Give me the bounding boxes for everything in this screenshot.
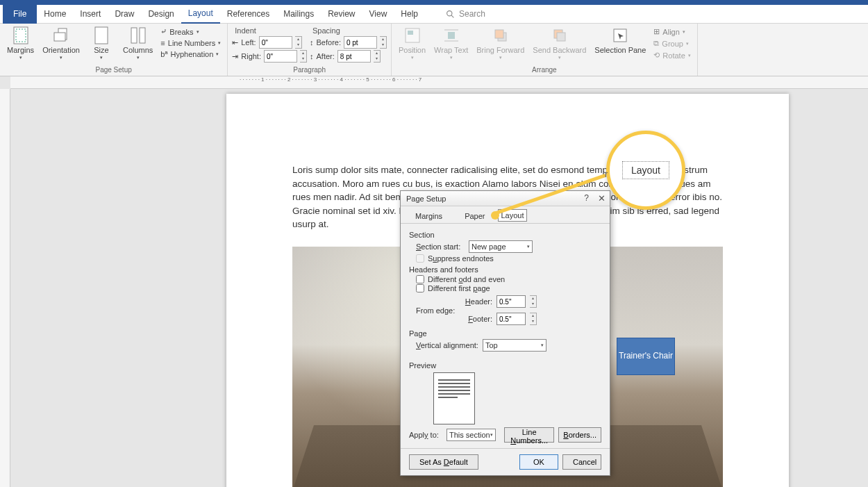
- header-distance-input[interactable]: [496, 295, 526, 308]
- spacing-after-icon: ↕: [310, 52, 314, 60]
- apply-to-value: This section: [449, 431, 490, 439]
- vertical-alignment-select[interactable]: Top▾: [483, 339, 546, 352]
- selection-pane-button[interactable]: Selection Pane: [592, 25, 649, 56]
- tab-mailings[interactable]: Mailings: [276, 5, 321, 24]
- indent-right-input[interactable]: [264, 50, 297, 63]
- align-icon: ⊞: [653, 27, 660, 36]
- chevron-down-icon: ▾: [450, 55, 453, 60]
- ribbon-tabs: File Home Insert Draw Design Layout Refe…: [0, 5, 868, 24]
- spacing-heading: Spacing: [310, 26, 387, 35]
- dialog-close-button[interactable]: ✕: [598, 193, 606, 204]
- spinner[interactable]: ▴▾: [380, 36, 387, 49]
- hyphenation-button[interactable]: bªHyphenation▾: [158, 49, 223, 59]
- svg-rect-7: [131, 28, 137, 43]
- spacing-before-icon: ↕: [310, 38, 314, 47]
- before-label: Before:: [317, 38, 341, 47]
- headers-footers-heading: Headers and footers: [409, 265, 601, 274]
- columns-label: Columns: [123, 46, 153, 55]
- breaks-button[interactable]: ⤶Breaks▾: [158, 26, 223, 37]
- selection-pane-icon: [611, 26, 629, 44]
- chevron-down-icon: ▾: [411, 55, 414, 60]
- dialog-tab-paper[interactable]: Paper: [456, 209, 494, 223]
- chevron-down-icon: ▾: [541, 342, 544, 348]
- tab-view[interactable]: View: [362, 5, 394, 24]
- tab-draw[interactable]: Draw: [108, 5, 141, 24]
- columns-button[interactable]: Columns▾: [120, 25, 156, 63]
- chevron-down-icon: ▾: [100, 55, 103, 60]
- tab-design[interactable]: Design: [141, 5, 181, 24]
- spinner[interactable]: ▴▾: [300, 50, 307, 63]
- chevron-down-icon: ▾: [686, 41, 689, 47]
- spacing-before-input[interactable]: [344, 36, 377, 49]
- bring-label: Bring Forward: [476, 46, 524, 55]
- different-first-page-label: Different first page: [428, 284, 490, 292]
- position-icon: [403, 26, 422, 44]
- left-label: Left:: [241, 38, 256, 47]
- line-numbers-button[interactable]: ≡Line Numbers▾: [158, 38, 223, 48]
- set-as-default-button[interactable]: Set As Default: [409, 454, 478, 470]
- rotate-button[interactable]: ⟲Rotate▾: [651, 50, 692, 60]
- chevron-down-icon: ▾: [216, 51, 219, 57]
- spinner[interactable]: ▴▾: [530, 295, 537, 308]
- indent-left-input[interactable]: [259, 36, 292, 49]
- margins-icon: [12, 26, 30, 44]
- spinner[interactable]: ▴▾: [530, 313, 537, 325]
- align-button[interactable]: ⊞Align▾: [651, 26, 692, 37]
- line-numbers-button[interactable]: Line Numbers...: [504, 427, 554, 443]
- size-icon: [92, 26, 110, 44]
- tab-home[interactable]: Home: [37, 5, 73, 24]
- header-label: Header:: [462, 297, 492, 306]
- dialog-titlebar[interactable]: Page Setup ? ✕: [401, 191, 610, 206]
- search-box[interactable]: Search: [446, 9, 485, 19]
- svg-rect-17: [557, 33, 565, 41]
- orientation-button[interactable]: Orientation▾: [40, 25, 83, 63]
- chevron-down-icon: ▾: [558, 55, 561, 60]
- group-button[interactable]: ⧉Group▾: [651, 38, 692, 49]
- tab-help[interactable]: Help: [394, 5, 425, 24]
- footer-label: Footer:: [462, 315, 492, 323]
- section-start-select[interactable]: New page▾: [469, 240, 533, 253]
- size-button[interactable]: Size▾: [85, 25, 117, 63]
- align-label: Align: [662, 28, 679, 36]
- spinner[interactable]: ▴▾: [374, 50, 381, 63]
- margins-label: Margins: [7, 46, 34, 55]
- position-label: Position: [399, 46, 426, 55]
- bring-forward-icon: [492, 26, 510, 44]
- different-first-page-checkbox[interactable]: [416, 284, 424, 292]
- preview-box: [433, 372, 475, 424]
- chevron-down-icon: ▾: [19, 55, 22, 60]
- trainers-chair-shape[interactable]: Trainer's Chair: [617, 338, 675, 375]
- tab-insert[interactable]: Insert: [73, 5, 108, 24]
- bring-forward-button[interactable]: Bring Forward▾: [474, 25, 527, 63]
- section-start-label: Section start:: [416, 242, 465, 251]
- tab-review[interactable]: Review: [321, 5, 362, 24]
- svg-rect-10: [408, 31, 413, 35]
- cancel-button[interactable]: Cancel: [562, 454, 601, 470]
- horizontal-ruler[interactable]: · · · · · · · 1 · · · · · · · 2 · · · · …: [10, 76, 868, 89]
- position-button[interactable]: Position▾: [396, 25, 428, 63]
- different-odd-even-checkbox[interactable]: [416, 275, 424, 283]
- svg-line-1: [451, 15, 453, 17]
- dialog-help-button[interactable]: ?: [584, 193, 589, 203]
- indent-right-icon: ⇥: [232, 52, 238, 61]
- apply-to-select[interactable]: This section▾: [446, 429, 496, 441]
- vertical-ruler[interactable]: [0, 89, 10, 487]
- spacing-after-input[interactable]: [337, 50, 371, 63]
- title-bar: [0, 0, 868, 5]
- footer-distance-input[interactable]: [496, 313, 526, 325]
- send-backward-button[interactable]: Send Backward▾: [530, 25, 589, 63]
- spinner[interactable]: ▴▾: [295, 36, 302, 49]
- tab-file[interactable]: File: [3, 5, 37, 24]
- svg-rect-15: [495, 30, 503, 38]
- suppress-endnotes-checkbox: [416, 254, 424, 263]
- ok-button[interactable]: OK: [519, 454, 558, 470]
- tab-layout[interactable]: Layout: [181, 5, 220, 24]
- chevron-down-icon: ▾: [688, 53, 691, 58]
- dialog-tab-margins[interactable]: Margins: [406, 209, 451, 223]
- tab-references[interactable]: References: [220, 5, 276, 24]
- borders-button[interactable]: Borders...: [558, 427, 601, 443]
- margins-button[interactable]: Margins▾: [4, 25, 37, 63]
- wrap-text-button[interactable]: Wrap Text▾: [431, 25, 471, 63]
- chevron-down-icon: ▾: [490, 432, 493, 438]
- callout-label: Layout: [622, 161, 669, 179]
